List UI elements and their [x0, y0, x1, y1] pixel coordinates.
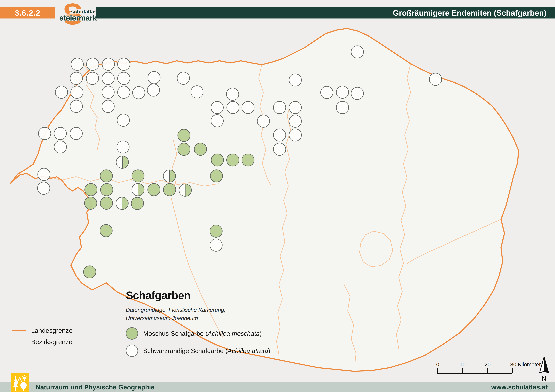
- legend-item-moschus: Moschus-Schafgarbe (Achillea moschata): [126, 327, 292, 340]
- marker-schwarzrandige-schafgarbe: [70, 72, 82, 85]
- sheet-number-box: 3.6.2.2: [0, 7, 55, 19]
- north-arrow: N: [537, 356, 551, 384]
- scale-bar-tick: [512, 368, 513, 373]
- marker-schwarzrandige-schafgarbe: [289, 115, 301, 127]
- marker-schwarzrandige-schafgarbe: [102, 72, 114, 85]
- marker-schwarzrandige-schafgarbe: [87, 58, 99, 71]
- north-arrow-icon: [537, 356, 551, 375]
- logo-text-steiermark: steiermark: [59, 14, 97, 22]
- marker-schwarzrandige-schafgarbe: [70, 100, 82, 113]
- scale-bar-line: [438, 373, 512, 374]
- marker-schwarzrandige-schafgarbe: [117, 114, 130, 126]
- marker-schwarzrandige-schafgarbe: [70, 127, 82, 140]
- marker-schwarzrandige-schafgarbe: [54, 141, 66, 153]
- sheet-number: 3.6.2.2: [15, 8, 40, 17]
- marker-schwarzrandige-schafgarbe: [54, 127, 66, 140]
- scale-bar-tick: [487, 368, 488, 373]
- marker-schwarzrandige-schafgarbe: [211, 101, 223, 114]
- legend-label: Moschus-Schafgarbe (: [143, 330, 208, 337]
- legend-source: Datengrundlage: Floristische Kartierung,…: [126, 306, 292, 322]
- marker-schwarzrandige-schafgarbe: [321, 86, 333, 99]
- marker-schwarzrandige-schafgarbe: [336, 101, 349, 114]
- marker-schwarzrandige-schafgarbe: [210, 239, 222, 251]
- marker-schwarzrandige-schafgarbe: [289, 101, 301, 114]
- marker-moschus-schafgarbe: [85, 184, 97, 196]
- legend-species-italic: Achillea atrata: [227, 347, 268, 354]
- marker-schwarzrandige-schafgarbe: [102, 86, 114, 98]
- page-title: Großräumigere Endemiten (Schafgarben): [393, 8, 555, 17]
- marker-schwarzrandige-schafgarbe: [102, 100, 114, 113]
- marker-schwarzrandige-schafgarbe: [37, 182, 50, 194]
- marker-schwarzrandige-schafgarbe: [273, 101, 286, 114]
- footer-section-title: Naturraum und Physische Geographie: [36, 383, 154, 391]
- legend-source-line1: Datengrundlage: Floristische Kartierung,: [126, 306, 292, 314]
- marker-schwarzrandige-schafgarbe: [211, 115, 223, 127]
- green-circle-swatch: [126, 327, 138, 340]
- marker-moschus-schafgarbe: [100, 197, 113, 209]
- marker-moschus-schafgarbe: [148, 184, 160, 196]
- marker-schwarzrandige-schafgarbe: [117, 86, 130, 98]
- legend-item-bezirksgrenze: Bezirksgrenze: [12, 336, 73, 348]
- marker-both-species: [116, 197, 128, 209]
- marker-schwarzrandige-schafgarbe: [117, 141, 129, 153]
- district-border-sample: [12, 342, 26, 342]
- scale-bar-tick-label: 10: [460, 361, 466, 368]
- marker-schwarzrandige-schafgarbe: [117, 72, 130, 85]
- legend-label: Schwarzrandige Schafgarbe (: [143, 347, 227, 354]
- marker-schwarzrandige-schafgarbe: [429, 73, 442, 86]
- legend-item-landesgrenze: Landesgrenze: [12, 325, 73, 336]
- marker-both-species: [116, 156, 129, 168]
- marker-schwarzrandige-schafgarbe: [117, 58, 130, 71]
- legend-label: Landesgrenze: [31, 327, 73, 334]
- marker-both-species: [163, 170, 176, 182]
- marker-schwarzrandige-schafgarbe: [336, 86, 349, 98]
- marker-schwarzrandige-schafgarbe: [257, 115, 270, 127]
- marker-schwarzrandige-schafgarbe: [242, 101, 254, 114]
- marker-moschus-schafgarbe: [163, 184, 176, 196]
- marker-moschus-schafgarbe: [227, 154, 239, 166]
- marker-moschus-schafgarbe: [242, 154, 254, 166]
- map-legend: Schafgarben Datengrundlage: Floristische…: [126, 289, 292, 357]
- marker-both-species: [132, 184, 144, 196]
- scale-bar-tick: [462, 368, 463, 373]
- legend-label: Bezirksgrenze: [31, 338, 72, 346]
- marker-schwarzrandige-schafgarbe: [177, 72, 190, 84]
- marker-schwarzrandige-schafgarbe: [289, 74, 301, 86]
- marker-moschus-schafgarbe: [211, 154, 224, 166]
- marker-schwarzrandige-schafgarbe: [289, 129, 301, 141]
- footer-bar: Naturraum und Physische Geographie www.s…: [0, 382, 555, 392]
- marker-schwarzrandige-schafgarbe: [191, 86, 203, 98]
- marker-moschus-schafgarbe: [100, 225, 112, 237]
- marker-schwarzrandige-schafgarbe: [351, 46, 364, 58]
- marker-schwarzrandige-schafgarbe: [71, 58, 83, 71]
- scale-bar-tick: [438, 368, 438, 373]
- marker-schwarzrandige-schafgarbe: [86, 72, 99, 85]
- marker-schwarzrandige-schafgarbe: [226, 88, 239, 100]
- marker-moschus-schafgarbe: [100, 170, 112, 182]
- marker-moschus-schafgarbe: [178, 143, 190, 155]
- marker-moschus-schafgarbe: [210, 170, 223, 182]
- marker-moschus-schafgarbe: [194, 143, 207, 155]
- legend-title: Schafgarben: [126, 289, 292, 302]
- marker-schwarzrandige-schafgarbe: [38, 127, 51, 140]
- marker-moschus-schafgarbe: [210, 225, 222, 237]
- scale-bar-end-label: 30 Kilometer: [510, 361, 541, 368]
- marker-moschus-schafgarbe: [101, 184, 113, 196]
- nature-icon: [11, 373, 29, 392]
- marker-moschus-schafgarbe: [132, 170, 144, 182]
- title-bar: Großräumigere Endemiten (Schafgarben): [96, 7, 555, 19]
- scale-bar-tick-label: 20: [484, 361, 490, 368]
- marker-schwarzrandige-schafgarbe: [273, 129, 286, 141]
- marker-schwarzrandige-schafgarbe: [71, 86, 83, 98]
- legend-species-italic: Achillea moschata: [208, 330, 260, 337]
- marker-moschus-schafgarbe: [85, 197, 97, 209]
- footer-url[interactable]: www.schulatlas.at: [491, 383, 548, 391]
- white-circle-swatch: [126, 345, 138, 357]
- atlas-page: 3.6.2.2 S .schulatlas steiermark Großräu…: [0, 0, 555, 392]
- marker-schwarzrandige-schafgarbe: [38, 168, 50, 180]
- marker-schwarzrandige-schafgarbe: [273, 143, 286, 155]
- border-legend: Landesgrenze Bezirksgrenze: [12, 325, 73, 348]
- trees-sun-icon: [11, 373, 29, 392]
- marker-schwarzrandige-schafgarbe: [102, 58, 115, 71]
- marker-moschus-schafgarbe: [131, 197, 144, 210]
